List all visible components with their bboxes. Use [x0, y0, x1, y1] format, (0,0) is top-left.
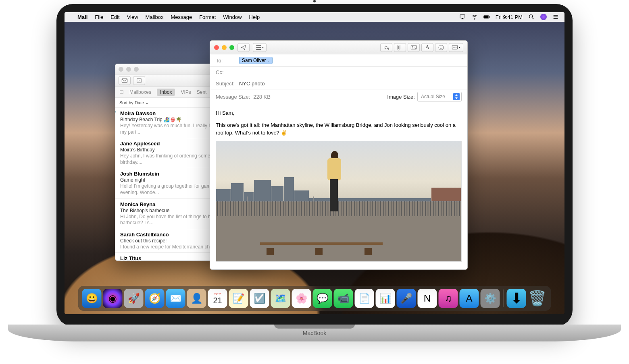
dock-trash-icon[interactable]: 🗑️: [528, 289, 547, 308]
message-body[interactable]: Hi Sam, This one's got it all: the Manha…: [210, 104, 467, 267]
reply-button[interactable]: [380, 43, 392, 52]
compose-window: ☰ ▾ A ▾ To: Sam Oliver ⌄ Cc: Subjec: [210, 40, 468, 270]
dock-messages-icon[interactable]: 💬: [313, 289, 332, 308]
message-size-label: Message Size:: [216, 94, 250, 100]
format-button[interactable]: A: [421, 43, 433, 52]
svg-point-15: [442, 47, 442, 47]
dock-appstore-icon[interactable]: A: [460, 289, 479, 308]
sort-dropdown[interactable]: Sort by Date ⌄: [119, 100, 149, 105]
select-caret-icon: [453, 93, 460, 100]
filter-mailboxes-icon[interactable]: ☐: [119, 89, 124, 95]
chevron-down-icon: ⌄: [145, 100, 149, 105]
cc-field[interactable]: Cc:: [210, 67, 467, 78]
spotlight-icon[interactable]: [528, 14, 535, 20]
menu-mailbox[interactable]: Mailbox: [146, 14, 164, 20]
compose-button[interactable]: [133, 76, 145, 85]
dock-itunes-icon[interactable]: ♫: [439, 289, 458, 308]
dock-reminders-icon[interactable]: ☑️: [250, 289, 269, 308]
menu-message[interactable]: Message: [171, 14, 192, 20]
menu-format[interactable]: Format: [199, 14, 216, 20]
dock-downloads-icon[interactable]: ⬇: [507, 289, 526, 308]
airplay-icon[interactable]: [459, 14, 466, 20]
chevron-down-icon: ⌄: [267, 58, 270, 62]
dock-preferences-icon[interactable]: ⚙️: [481, 289, 500, 308]
header-fields-button[interactable]: ☰ ▾: [253, 43, 267, 52]
message-sender: Liz Titus: [120, 255, 141, 261]
to-field[interactable]: To: Sam Oliver ⌄: [210, 54, 467, 67]
dock-photos-icon[interactable]: 🌸: [292, 289, 311, 308]
dock-calendar-icon[interactable]: SEP21: [208, 289, 227, 308]
app-menu[interactable]: Mail: [77, 14, 87, 20]
message-sender: Monica Reyna: [120, 201, 155, 207]
chevron-down-icon: ▾: [262, 46, 264, 49]
svg-rect-3: [489, 16, 489, 17]
dock-separator: [503, 290, 504, 307]
dock-contacts-icon[interactable]: 👤: [187, 289, 206, 308]
dock-notes-icon[interactable]: 📝: [229, 289, 248, 308]
attach-button[interactable]: [394, 43, 406, 52]
message-sender: Josh Blumstein: [120, 171, 159, 177]
message-size-value: 228 KB: [253, 94, 271, 100]
body-text: This one's got it all: the Manhattan sky…: [216, 121, 462, 137]
close-button[interactable]: [214, 45, 219, 50]
wifi-icon[interactable]: [471, 14, 478, 20]
macbook-chin: MacBook: [8, 325, 621, 341]
dock-finder-icon[interactable]: 😀: [82, 289, 102, 308]
svg-point-5: [529, 15, 533, 18]
zoom-button[interactable]: [134, 67, 139, 72]
filter-inbox[interactable]: Inbox: [157, 89, 175, 96]
zoom-button[interactable]: [229, 45, 234, 50]
markup-button[interactable]: [408, 43, 420, 52]
svg-point-14: [440, 47, 441, 47]
dock-numbers-icon[interactable]: 📊: [376, 289, 395, 308]
dock-siri-icon[interactable]: ◉: [103, 289, 123, 308]
camera: [313, 0, 316, 2]
filter-mailboxes[interactable]: Mailboxes: [129, 89, 151, 95]
menubar: Mail File Edit View Mailbox Message Form…: [65, 12, 564, 22]
dock-pages-icon[interactable]: 📄: [355, 289, 374, 308]
menu-edit[interactable]: Edit: [110, 14, 119, 20]
message-sender: Sarah Castelblanco: [120, 232, 169, 238]
body-greeting: Hi Sam,: [216, 109, 462, 117]
message-sender: Moira Dawson: [120, 110, 156, 116]
image-size-select[interactable]: Actual Size: [417, 92, 462, 101]
minimize-button[interactable]: [126, 67, 131, 72]
dock-mail-icon[interactable]: ✉️: [166, 289, 185, 308]
dock-safari-icon[interactable]: 🧭: [145, 289, 165, 308]
menu-file[interactable]: File: [95, 14, 103, 20]
image-size-label: Image Size:: [387, 94, 415, 100]
filter-sent[interactable]: Sent: [197, 89, 207, 95]
dock-keynote-icon[interactable]: 🎤: [397, 289, 416, 308]
menu-help[interactable]: Help: [249, 14, 260, 20]
siri-icon[interactable]: [540, 14, 547, 20]
subject-field[interactable]: Subject: NYC photo: [210, 78, 467, 89]
svg-rect-4: [484, 16, 488, 18]
dock-facetime-icon[interactable]: 📹: [334, 289, 353, 308]
close-button[interactable]: [119, 67, 123, 72]
dock-launchpad-icon[interactable]: 🚀: [124, 289, 144, 308]
dock-maps-icon[interactable]: 🗺️: [271, 289, 290, 308]
get-mail-button[interactable]: [119, 76, 131, 85]
send-button[interactable]: [237, 43, 250, 52]
dock-news-icon[interactable]: N: [418, 289, 437, 308]
recipient-pill[interactable]: Sam Oliver ⌄: [239, 57, 273, 64]
chevron-down-icon: ▾: [459, 46, 460, 49]
attached-photo[interactable]: [216, 141, 462, 262]
clock[interactable]: Fri 9:41 PM: [496, 14, 523, 20]
minimize-button[interactable]: [222, 45, 227, 50]
notification-center-icon[interactable]: [552, 14, 559, 20]
menu-window[interactable]: Window: [223, 14, 242, 20]
svg-point-1: [474, 19, 475, 19]
photo-browser-button[interactable]: ▾: [449, 43, 463, 52]
svg-rect-6: [122, 79, 127, 82]
message-sender: Jane Appleseed: [120, 141, 160, 147]
emoji-button[interactable]: [435, 43, 447, 52]
svg-point-12: [412, 46, 413, 47]
dock: 😀◉🚀🧭✉️👤SEP21📝☑️🗺️🌸💬📹📄📊🎤N♫A⚙️⬇🗑️: [78, 286, 551, 311]
menu-view[interactable]: View: [127, 14, 138, 20]
battery-icon[interactable]: [483, 14, 490, 20]
svg-point-13: [439, 45, 444, 50]
attachment-icon: 📎: [115, 109, 116, 113]
filter-vips[interactable]: VIPs: [181, 89, 191, 95]
